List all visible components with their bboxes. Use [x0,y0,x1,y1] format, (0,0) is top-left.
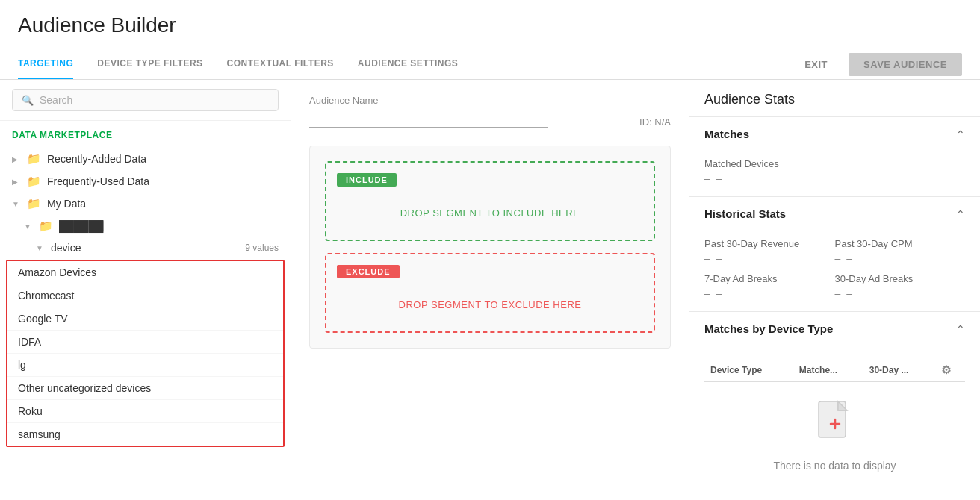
matches-by-device-type-header[interactable]: Matches by Device Type ⌃ [689,312,980,346]
main-layout: 🔍 DATA MARKETPLACE ▶ 📁 Recently-Added Da… [0,80,980,500]
list-item[interactable]: Other uncategorized devices [7,376,283,399]
ad-breaks-30-value: – – [835,287,966,299]
device-type-table: Device Type Matche... 30-Day ... ⚙ [704,359,965,382]
matches-by-device-type-title: Matches by Device Type [704,322,833,335]
include-drop-zone: INCLUDE DROP SEGMENT TO INCLUDE HERE [325,161,655,241]
search-icon: 🔍 [22,95,34,106]
chevron-up-icon: ⌃ [956,208,965,220]
tree-item-my-data[interactable]: ▼ 📁 My Data [0,193,291,215]
tree-item-label: Frequently-Used Data [47,175,149,187]
historical-stats-section: Historical Stats ⌃ Past 30-Day Revenue –… [689,197,980,312]
tab-device-type-filters[interactable]: DEVICE TYPE FILTERS [97,49,202,79]
chevron-up-icon: ⌃ [956,128,965,140]
chevron-up-icon: ⌃ [956,323,965,335]
past-30-cpm-col: Past 30-Day CPM – – [835,238,966,264]
page-header: Audience Builder [0,0,980,49]
col-matches: Matche... [793,359,863,382]
search-box: 🔍 [12,89,279,111]
tree-item-label: My Data [47,198,86,210]
tree-item-sub-folder[interactable]: ▼ 📁 ██████ [0,215,291,237]
past-30-cpm-value: – – [835,252,966,264]
stats-title: Audience Stats [704,92,965,107]
historical-stats-body: Past 30-Day Revenue – – Past 30-Day CPM … [689,231,980,311]
id-label: ID: N/A [639,116,671,128]
arrow-icon: ▼ [24,222,33,231]
arrow-icon: ▶ [12,178,21,186]
audience-name-group: Audience Name [309,95,548,128]
ad-breaks-7-label: 7-Day Ad Breaks [704,273,835,284]
tree-item-frequently-used[interactable]: ▶ 📁 Frequently-Used Data [0,170,291,193]
tabs-bar: TARGETING DEVICE TYPE FILTERS CONTEXTUAL… [0,49,980,80]
ad-breaks-7-value: – – [704,287,835,299]
audience-name-row: Audience Name ID: N/A [309,95,671,128]
center-panel: Audience Name ID: N/A INCLUDE DROP SEGME… [291,80,689,500]
folder-icon: 📁 [27,197,41,210]
folder-icon: 📁 [27,152,41,166]
historical-stats-title: Historical Stats [704,207,786,220]
exclude-drop-zone: EXCLUDE DROP SEGMENT TO EXCLUDE HERE [325,253,655,333]
tab-targeting[interactable]: TARGETING [18,49,73,79]
tree-item-blurred-label: ██████ [59,220,104,232]
no-data-text: There is no data to display [773,460,896,472]
audience-name-label: Audience Name [309,95,548,106]
tab-contextual-filters[interactable]: CONTEXTUAL FILTERS [227,49,334,79]
ad-breaks-30-col: 30-Day Ad Breaks – – [835,273,966,299]
segment-area: INCLUDE DROP SEGMENT TO INCLUDE HERE EXC… [309,146,671,349]
tree-item-device[interactable]: ▼ device 9 values [0,237,291,258]
tree-header: DATA MARKETPLACE [0,121,291,145]
matches-section-header[interactable]: Matches ⌃ [689,117,980,151]
list-item[interactable]: Google TV [7,307,283,330]
no-data-container: There is no data to display [704,382,965,490]
gear-icon[interactable]: ⚙ [941,363,951,376]
include-badge: INCLUDE [337,173,397,187]
exclude-badge: EXCLUDE [337,265,400,278]
stats-header: Audience Stats [689,80,980,117]
save-audience-button[interactable]: SAVE AUDIENCE [849,53,962,76]
search-container: 🔍 [0,80,291,121]
list-item[interactable]: Roku [7,399,283,422]
list-item[interactable]: lg [7,353,283,376]
tree-item-label: Recently-Added Data [47,153,146,165]
arrow-icon: ▼ [36,244,45,252]
exit-button[interactable]: EXIT [793,53,840,76]
marketplace-label: DATA MARKETPLACE [12,130,112,140]
device-list: Amazon Devices Chromecast Google TV IDFA… [6,260,285,447]
past-30-revenue-label: Past 30-Day Revenue [704,238,835,249]
no-data-file-icon [816,400,855,443]
ad-breaks-30-label: 30-Day Ad Breaks [835,273,966,284]
col-30day: 30-Day ... [863,359,935,382]
page-title: Audience Builder [18,13,962,37]
tree-item-recently-added[interactable]: ▶ 📁 Recently-Added Data [0,148,291,170]
past-30-revenue-col: Past 30-Day Revenue – – [704,238,835,264]
left-panel: 🔍 DATA MARKETPLACE ▶ 📁 Recently-Added Da… [0,80,291,500]
search-input[interactable] [40,94,269,106]
exclude-drop-text: DROP SEGMENT TO EXCLUDE HERE [337,289,643,321]
arrow-icon: ▼ [12,200,21,208]
tree-area: ▶ 📁 Recently-Added Data ▶ 📁 Frequently-U… [0,145,291,500]
folder-icon: 📁 [27,175,41,188]
list-item[interactable]: Amazon Devices [7,261,283,284]
device-label: device [51,242,81,254]
historical-stats-header[interactable]: Historical Stats ⌃ [689,197,980,231]
no-data-icon [816,400,855,451]
matches-body: Matched Devices – – [689,151,980,196]
col-device-type: Device Type [704,359,793,382]
tab-audience-settings[interactable]: AUDIENCE SETTINGS [358,49,459,79]
audience-name-input[interactable] [309,109,548,128]
matches-by-device-type-section: Matches by Device Type ⌃ Device Type Mat… [689,312,980,500]
past-30-revenue-value: – – [704,252,835,264]
arrow-icon: ▶ [12,155,21,163]
tab-actions: EXIT SAVE AUDIENCE [793,53,962,76]
matched-devices-value: – – [704,172,965,184]
list-item[interactable]: Chromecast [7,284,283,307]
past-30-cpm-label: Past 30-Day CPM [835,238,966,249]
list-item[interactable]: IDFA [7,330,283,353]
device-values-label: 9 values [245,243,279,253]
ad-breaks-7-col: 7-Day Ad Breaks – – [704,273,835,299]
matches-section: Matches ⌃ Matched Devices – – [689,117,980,197]
right-panel: Audience Stats Matches ⌃ Matched Devices… [689,80,980,500]
include-drop-text: DROP SEGMENT TO INCLUDE HERE [337,197,643,229]
folder-icon: 📁 [39,219,53,233]
list-item[interactable]: samsung [7,422,283,446]
matched-devices-label: Matched Devices [704,158,965,169]
